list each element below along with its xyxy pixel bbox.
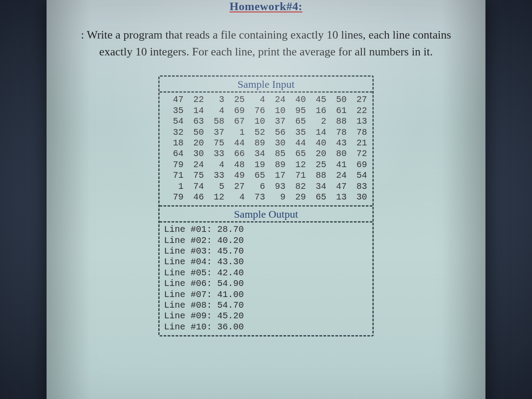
table-cell: 18 [163,138,184,149]
table-cell: 27 [224,181,245,192]
table-cell: 65 [286,149,306,159]
table-cell: 65 [286,116,306,127]
table-cell: 75 [184,170,204,181]
table-row: 18207544893044404321 [163,138,369,149]
table-cell: 24 [184,160,204,170]
table-cell: 9 [265,192,286,203]
table-cell: 4 [224,192,245,203]
table-cell: 1 [163,181,184,192]
page-title: Homework#4: [60,0,472,13]
sample-input-block: 4722325424404550273514469761095166122546… [160,93,372,205]
table-row: 3514469761095166122 [163,106,369,116]
table-cell: 54 [347,170,367,181]
table-cell: 78 [326,127,347,138]
table-cell: 45 [306,94,326,105]
table-cell: 34 [245,149,265,159]
table-cell: 65 [245,170,265,181]
sample-output-heading: Sample Output [160,205,372,223]
table-cell: 67 [224,116,245,127]
table-cell: 89 [265,160,286,170]
table-cell: 16 [306,106,326,116]
table-cell: 17 [265,170,286,181]
table-cell: 22 [184,94,204,105]
table-cell: 58 [204,116,224,127]
table-cell: 34 [306,181,326,192]
table-cell: 47 [163,94,184,105]
table-cell: 25 [224,94,245,105]
table-cell: 30 [265,138,286,149]
table-cell: 6 [245,181,265,192]
table-cell: 93 [265,181,286,192]
table-cell: 14 [184,106,204,116]
table-cell: 52 [245,127,265,138]
table-cell: 72 [347,149,367,159]
document-page: Homework#4: : Write a program that reads… [47,0,485,399]
table-cell: 14 [306,127,326,138]
table-cell: 63 [184,116,204,127]
table-cell: 43 [326,138,347,149]
table-cell: 48 [224,160,245,170]
table-cell: 12 [204,192,224,203]
table-cell: 35 [163,106,184,116]
table-cell: 73 [245,192,265,203]
table-cell: 24 [265,94,286,105]
table-cell: 40 [286,94,306,105]
table-cell: 41 [326,160,347,170]
table-cell: 76 [245,106,265,116]
table-cell: 69 [224,106,245,116]
table-cell: 10 [245,116,265,127]
table-row: 71753349651771882454 [163,170,369,181]
table-cell: 80 [326,149,347,159]
table-cell: 61 [326,106,347,116]
table-cell: 20 [184,138,204,149]
table-cell: 37 [265,116,286,127]
table-row: 3250371525635147878 [163,127,369,138]
table-cell: 5 [204,181,224,192]
table-cell: 13 [347,116,367,127]
sample-box: Sample Input 472232542440455027351446976… [158,75,374,336]
table-cell: 1 [224,127,245,138]
table-cell: 78 [347,127,367,138]
table-cell: 46 [184,192,204,203]
table-cell: 37 [204,127,224,138]
table-cell: 3 [204,94,224,105]
table-cell: 12 [286,160,306,170]
table-cell: 22 [347,106,367,116]
table-cell: 29 [286,192,306,203]
table-cell: 47 [326,181,347,192]
table-cell: 85 [265,149,286,159]
table-cell: 74 [184,181,204,192]
table-cell: 50 [326,94,347,105]
table-cell: 71 [163,170,184,181]
table-cell: 64 [163,149,184,159]
table-cell: 30 [184,149,204,159]
table-row: 5463586710376528813 [163,116,369,127]
table-cell: 44 [224,138,245,149]
table-cell: 56 [265,127,286,138]
table-cell: 69 [347,160,367,170]
table-cell: 4 [204,160,224,170]
table-cell: 32 [163,127,184,138]
table-cell: 88 [306,170,326,181]
table-cell: 71 [286,170,306,181]
table-row: 64303366348565208072 [163,149,369,159]
table-cell: 20 [306,149,326,159]
table-cell: 19 [245,160,265,170]
problem-statement: : Write a program that reads a file cont… [60,27,472,60]
table-cell: 35 [286,127,306,138]
table-row: 472232542440455027 [163,94,369,105]
table-cell: 79 [163,160,184,170]
table-cell: 66 [224,149,245,159]
table-cell: 89 [245,138,265,149]
table-row: 7924448198912254169 [163,160,369,170]
table-cell: 88 [326,116,347,127]
table-cell: 33 [204,170,224,181]
table-row: 794612473929651330 [163,192,369,203]
table-cell: 49 [224,170,245,181]
table-cell: 30 [347,192,367,203]
table-cell: 27 [347,94,367,105]
table-cell: 33 [204,149,224,159]
table-cell: 75 [204,138,224,149]
table-cell: 25 [306,160,326,170]
table-cell: 13 [326,192,347,203]
